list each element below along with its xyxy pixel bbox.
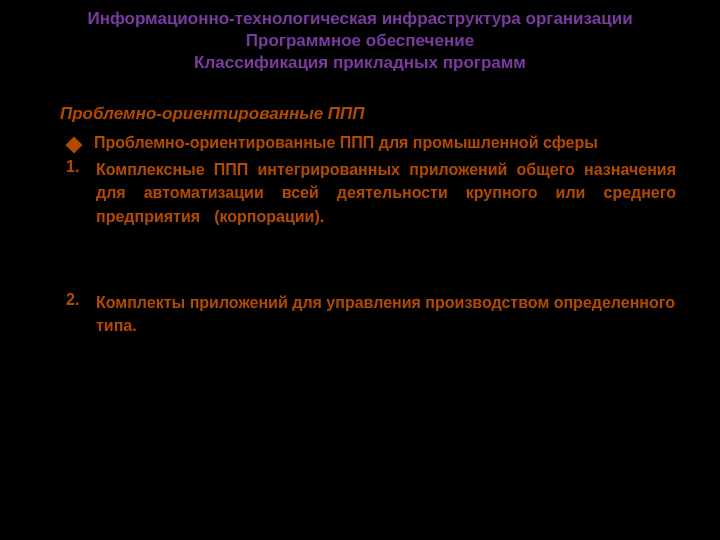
list-item: 1. Комплексные ППП интегрированных прило… bbox=[66, 158, 676, 251]
header-line-2: Программное обеспечение bbox=[20, 30, 700, 52]
list-body: Комплекты приложений для управления прои… bbox=[96, 291, 676, 361]
bullet-item: Проблемно-ориентированные ППП для промыш… bbox=[68, 134, 676, 152]
list-body: Комплексные ППП интегрированных приложен… bbox=[96, 158, 676, 251]
section-subtitle: Проблемно-ориентированные ППП bbox=[60, 104, 676, 124]
slide: Информационно-технологическая инфраструк… bbox=[0, 0, 720, 540]
list-item: 2. Комплекты приложений для управления п… bbox=[66, 291, 676, 361]
header-line-3: Классификация прикладных программ bbox=[20, 52, 700, 74]
list-rest: Комплекты из России получили название — … bbox=[96, 317, 665, 357]
slide-header: Информационно-технологическая инфраструк… bbox=[0, 0, 720, 84]
list-number: 2. bbox=[66, 291, 90, 361]
header-line-1: Информационно-технологическая инфраструк… bbox=[20, 8, 700, 30]
diamond-icon bbox=[66, 137, 83, 154]
list-number: 1. bbox=[66, 158, 90, 251]
bullet-text: Проблемно-ориентированные ППП для промыш… bbox=[94, 134, 598, 152]
slide-body: Проблемно-ориентированные ППП Проблемно-… bbox=[0, 84, 720, 360]
